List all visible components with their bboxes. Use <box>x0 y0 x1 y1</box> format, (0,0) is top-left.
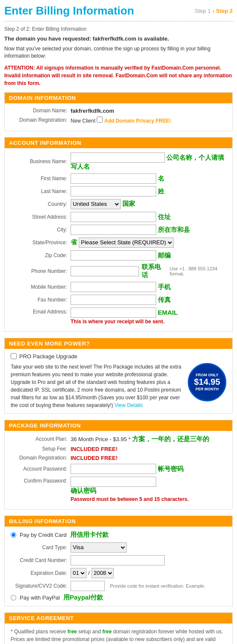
account-info-section: ACCOUNT INFORMATION Business Name: 公司名称，… <box>4 137 233 332</box>
description-text: Now that you've selected your domain, co… <box>4 45 233 60</box>
confirm-password-field: 确认密码 Password must be between 5 and 15 c… <box>71 477 226 502</box>
zip-row: Zip Code: 邮编 <box>11 250 226 261</box>
badge-price: $14.95 <box>194 377 220 387</box>
business-name-label: Business Name: <box>11 158 71 164</box>
card-type-row: Card Type: Visa MasterCard American Expr… <box>11 542 226 553</box>
domain-privacy-checkbox[interactable] <box>97 117 103 123</box>
first-name-field: 名 <box>71 173 226 184</box>
setup-fee-value: INCLUDED FREE! <box>71 446 226 452</box>
password-label: Account Password: <box>11 466 71 472</box>
street-label: Street Address: <box>11 214 71 220</box>
account-plan-label: Account Plan: <box>11 436 71 442</box>
state-chinese: 省 <box>71 238 77 246</box>
fax-input[interactable] <box>71 295 156 305</box>
first-name-row: First Name: 名 <box>11 173 226 184</box>
country-row: Country: United States Canada United Kin… <box>11 199 226 209</box>
add-privacy-link[interactable]: Add Domain Privacy FREE! <box>104 118 171 124</box>
confirm-password-label: Confirm Password: <box>11 477 71 484</box>
cvv-field: Provide code for instant verification. E… <box>71 581 226 591</box>
city-field: 所在市和县 <box>71 225 226 235</box>
steps-area: Step 1 › Step 2 <box>195 8 233 14</box>
last-name-input[interactable] <box>71 186 156 196</box>
phone-row: Phone Number: 联系电话 Use +1 . 888 555 1234… <box>11 263 226 279</box>
phone-hint: Use +1 . 888 555 1234 format. <box>169 266 226 276</box>
step-arrow: › <box>213 8 214 14</box>
street-row: Street Address: 住址 <box>11 212 226 222</box>
street-input[interactable] <box>71 212 156 222</box>
state-select[interactable]: Please Select State (REQUIRED) <box>79 237 174 248</box>
card-type-select[interactable]: Visa MasterCard American Express Discove… <box>71 542 127 553</box>
first-name-input[interactable] <box>71 173 156 184</box>
package-info-header: PACKAGE INFORMATION <box>5 420 232 431</box>
service-agreement-header: SERVICE AGREEMENT <box>5 613 232 624</box>
confirm-password-input[interactable] <box>71 477 156 487</box>
expiry-year-select[interactable]: 2008200920102011 2012201320142015 201620… <box>92 568 114 578</box>
card-type-label: Card Type: <box>11 544 71 550</box>
last-name-label: Last Name: <box>11 188 71 194</box>
account-plan-chinese: 方案，一年的，还是三年的 <box>132 435 209 442</box>
phone-label: Phone Number: <box>11 268 71 274</box>
expiry-row: Expiration Date: 01020304 05060708 09101… <box>11 568 226 578</box>
domain-reg-value: New Client Add Domain Privacy FREE! <box>71 117 226 124</box>
mobile-input[interactable] <box>71 282 156 292</box>
mobile-row: Mobile Number: 手机 <box>11 282 226 292</box>
city-row: City: 所在市和县 <box>11 225 226 235</box>
mobile-label: Mobile Number: <box>11 284 71 290</box>
street-field: 住址 <box>71 212 226 222</box>
pro-upgrade-checkbox[interactable] <box>11 353 17 359</box>
zip-field: 邮编 <box>71 250 226 261</box>
pay-credit-chinese: 用信用卡付款 <box>70 531 109 539</box>
pro-checkbox-row: PRO Package Upgrade <box>11 353 226 360</box>
pay-paypal-radio[interactable] <box>11 595 16 600</box>
country-select[interactable]: United States Canada United Kingdom Chin… <box>71 199 121 209</box>
pro-package-header: NEED EVEN MORE POWER? <box>5 338 232 349</box>
pro-package-section: NEED EVEN MORE POWER? PRO Package Upgrad… <box>4 338 233 414</box>
password-chinese: 帐号密码 <box>158 465 184 472</box>
paypal-row: Pay with PayPal 用Paypal付款 <box>11 594 226 602</box>
fax-chinese: 传真 <box>158 296 171 303</box>
cc-number-input[interactable] <box>71 555 165 565</box>
zip-label: Zip Code: <box>11 252 71 258</box>
breadcrumb: Step 2 of 2: Enter Billing Information <box>4 26 233 32</box>
free-word-1: free <box>68 629 77 635</box>
account-info-header: ACCOUNT INFORMATION <box>5 138 232 148</box>
business-name-field: 公司名称，个人请填写人名 <box>71 152 226 171</box>
city-input[interactable] <box>71 225 156 235</box>
expiry-month-select[interactable]: 01020304 05060708 09101112 <box>71 568 86 578</box>
domain-available-text: The domain you have requested: fakfrerfk… <box>4 35 233 42</box>
fax-row: Fax Number: 传真 <box>11 295 226 305</box>
setup-fee-row: Setup Fee: INCLUDED FREE! <box>11 446 226 452</box>
fax-label: Fax Number: <box>11 297 71 303</box>
mobile-chinese: 手机 <box>158 283 171 290</box>
country-chinese: 国家 <box>122 200 135 208</box>
country-field: United States Canada United Kingdom Chin… <box>71 199 226 209</box>
billing-info-section: BILLING INFORMATION Pay by Credit Card 用… <box>4 515 233 606</box>
billing-info-header: BILLING INFORMATION <box>5 516 232 527</box>
pro-description-area: Take your web site to the next level! Th… <box>11 363 184 409</box>
domain-name-label: Domain Name: <box>11 108 71 114</box>
first-name-chinese: 名 <box>158 174 164 181</box>
pay-paypal-chinese: 用Paypal付款 <box>63 594 103 602</box>
pay-credit-row: Pay by Credit Card 用信用卡付款 <box>11 531 226 539</box>
email-input[interactable] <box>71 307 156 318</box>
last-name-field: 姓 <box>71 186 226 196</box>
cvv-hint: Provide code for instant verification. E… <box>110 583 205 588</box>
pro-content: Take your web site to the next level! Th… <box>11 363 226 409</box>
zip-input[interactable] <box>71 250 156 261</box>
view-details-link[interactable]: View Details <box>115 402 143 408</box>
password-input[interactable] <box>71 464 156 474</box>
phone-input[interactable] <box>71 266 139 276</box>
account-plan-row: Account Plan: 36 Month Price - $3.95 * 方… <box>11 435 226 443</box>
business-name-row: Business Name: 公司名称，个人请填写人名 <box>11 152 226 171</box>
city-chinese: 所在市和县 <box>158 225 190 233</box>
step1-label: Step 1 <box>195 8 211 14</box>
pay-credit-radio[interactable] <box>11 532 16 538</box>
confirm-password-chinese: 确认密码 <box>71 487 226 495</box>
phone-field: 联系电话 Use +1 . 888 555 1234 format. <box>71 263 226 279</box>
pro-checkbox-label: PRO Package Upgrade <box>19 353 77 360</box>
cvv-input[interactable] <box>71 581 105 591</box>
password-field: 帐号密码 <box>71 464 226 474</box>
state-row: State/Province: 省 Please Select State (R… <box>11 237 226 248</box>
business-name-input[interactable] <box>71 152 165 163</box>
cc-number-row: Credit Card Number: <box>11 555 226 565</box>
